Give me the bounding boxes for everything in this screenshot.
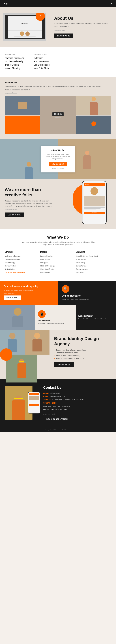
about-body: Lorem ipsum dolor sit amet, consectetur …: [54, 22, 111, 28]
contact-hours-1: MONDAY – THURSDAY: 10:00 – 20:00: [43, 405, 111, 408]
specialism-label: Specialism: [5, 53, 24, 55]
list-item: Master Planning: [5, 67, 24, 70]
services-grid: Strategy Analytics and Research Interact…: [5, 251, 111, 274]
social-media-body: Sample text. Click to select the Text El…: [38, 322, 73, 325]
phone-content-image: [84, 196, 105, 206]
about-learn-more-button[interactable]: LEARN MORE: [54, 34, 73, 38]
phone-label: PHONE:: [43, 392, 49, 394]
list-item: Brand films: [76, 271, 111, 274]
online-research-icon: 🔍: [62, 285, 69, 293]
hours-label: OPENING HOURS:: [43, 402, 57, 404]
brand-bullets: Lectus vitae dolor sit amet, consectetur…: [54, 349, 111, 359]
card-image-inner: [0, 305, 35, 330]
about-section: Contact Us ? About Us Lorem ipsum dolor …: [0, 7, 116, 47]
whatwedo-body: Lorem ipsum dolor sit amet, consectetur …: [5, 85, 111, 88]
list-item: Analytics and Research: [5, 255, 40, 257]
magnifier-icon: 🔍: [64, 287, 68, 291]
contact-us-button[interactable]: CONTACT US: [54, 362, 74, 367]
call-service-title: Our call service world quality: [4, 285, 54, 288]
logo: logo: [4, 2, 8, 5]
hamburger-icon[interactable]: ≡: [111, 2, 112, 5]
creative-img-from: Image from Freepik: [5, 209, 54, 210]
footer: Image size 2160 px to see Text Element.: [0, 428, 116, 432]
about-img-from: Image from Freepik: [54, 30, 111, 31]
call-service-read-more-button[interactable]: READ MORE ›: [4, 296, 21, 300]
design-heading: Design: [40, 251, 76, 253]
about-content: About Us Lorem ipsum dolor sit amet, con…: [54, 16, 111, 38]
list-item: Planning Permission: [5, 57, 24, 59]
website-design-title: Website Design: [78, 315, 114, 317]
contact-section: Web Design Contact Us PHONE:(350)201-456…: [0, 380, 116, 428]
contact-address: ADDRESS:ALEXANDRIA, 32 WASHINGTON STR, 2…: [43, 398, 111, 401]
card-img-from: Images from Freepik: [45, 168, 71, 169]
contact-hours-label: OPENING HOURS:: [43, 402, 111, 404]
list-item: Flat Conversion: [34, 60, 50, 63]
project-type-list: Extension Flat Conversion Self Build Hou…: [34, 57, 50, 70]
list-item: Pulvinar pellentesque habitant morbi.: [54, 357, 111, 359]
creative-body: Duis aute irure dolor in reprehenderit i…: [5, 200, 54, 208]
brand-orange-circle: [0, 348, 12, 361]
footer-text: Image size 2160 px to see Text Element.: [5, 429, 111, 431]
email-value: INFO@SAMPLE.COM: [50, 396, 65, 398]
brand-content: Brand Identity Design Agency Lectus vita…: [49, 330, 116, 380]
person-silhouette: [88, 96, 99, 115]
contact-phone-screen: Web Design: [28, 392, 40, 413]
strategy-list: Analytics and Research Interactive Works…: [5, 255, 40, 274]
cards-row-2: 📱 Social Media Sample text. Click to sel…: [0, 305, 116, 330]
laptop-image: Contact Us ?: [3, 13, 46, 41]
phone-screen: Planning READ MORE: [82, 181, 106, 224]
contact-phone: PHONE:(350)201-4567: [43, 392, 111, 394]
list-item: Visual Asset Creation: [40, 268, 76, 270]
whatwedo-img-from: Image from Freepik: [5, 92, 111, 94]
list-item: Brand Guides: [40, 258, 76, 260]
list-item: Brand campaigns: [76, 268, 111, 270]
list-item: Interactive Workshops: [5, 258, 40, 260]
list-item: Sonic Identity: [76, 262, 111, 264]
grid-image-2: [5, 116, 40, 134]
conversion-rate-link[interactable]: Conversion Rate Optimisation: [5, 271, 40, 274]
social-media-card: 📱 Social Media Sample text. Click to sel…: [35, 305, 76, 330]
website-design-card: Website Design Sample text. Click to sel…: [76, 305, 116, 330]
email-label: E-MAIL:: [43, 396, 49, 398]
brand-section: Brand Identity Design Agency Lectus vita…: [0, 330, 116, 380]
whatwedo-card: What We Do Amet luctus senectus lectus m…: [41, 146, 75, 172]
book-consultation-button[interactable]: BOOK CONSULTATION: [43, 417, 71, 422]
grid-image-5: [76, 116, 111, 134]
strategy-heading: Strategy: [5, 251, 40, 253]
specialism-list: Planning Permission Architectural Design…: [5, 57, 24, 70]
design-list: Creative Direction Brand Guides Prototyp…: [40, 255, 76, 274]
contact-phone-header: Web Design: [29, 393, 39, 395]
online-research-card: 🔍 Online Research Sample text. Click to …: [58, 281, 116, 305]
branding-list: Visual identity and Verbal Identity Moti…: [76, 255, 111, 274]
card-learn-more-button[interactable]: LEARN MORE: [49, 162, 67, 166]
branding-heading: Branding: [76, 251, 111, 253]
card-title: What We Do: [45, 149, 71, 152]
branding-col: Branding Visual identity and Verbal Iden…: [76, 251, 111, 274]
creative-learn-more-button[interactable]: LEARN MORE: [5, 212, 24, 217]
list-item: Motion Design: [40, 271, 76, 274]
list-item: Brand Strategy: [5, 262, 40, 264]
man-silhouette: [23, 158, 35, 179]
cards-section: Our call service world quality Temperate…: [0, 281, 116, 330]
list-item: Tortor at auctor urna nunc id.: [54, 352, 111, 354]
creative-section: Planning READ MORE We are more than crea…: [0, 179, 116, 229]
logo-box: CUBIKEN: [52, 112, 64, 116]
specialism-section: Specialism Planning Permission Architect…: [0, 47, 116, 76]
brand-image-column: [0, 330, 49, 380]
services-title: What We Do: [5, 235, 111, 240]
about-title: About Us: [54, 16, 111, 21]
design-col: Design Creative Direction Brand Guides P…: [40, 251, 76, 274]
online-research-title: Online Research: [62, 294, 112, 297]
contact-img-from: Image from Freepik: [43, 413, 111, 415]
project-type-col: Project type Extension Flat Conversion S…: [34, 53, 50, 70]
social-media-title: Social Media: [38, 319, 73, 322]
whatwedo-heading: What we do: [5, 81, 111, 84]
about-image-wrap: Contact Us ?: [3, 13, 49, 41]
list-item: Brands Naming: [76, 265, 111, 267]
phone-value: (350)201-4567: [50, 392, 60, 394]
list-item: Self Build House: [34, 64, 50, 66]
navbar: logo ≡: [0, 0, 116, 7]
list-item: Content Strategy: [5, 265, 40, 267]
specialism-col: Specialism Planning Permission Architect…: [5, 53, 24, 70]
address-label: ADDRESS:: [43, 399, 51, 401]
